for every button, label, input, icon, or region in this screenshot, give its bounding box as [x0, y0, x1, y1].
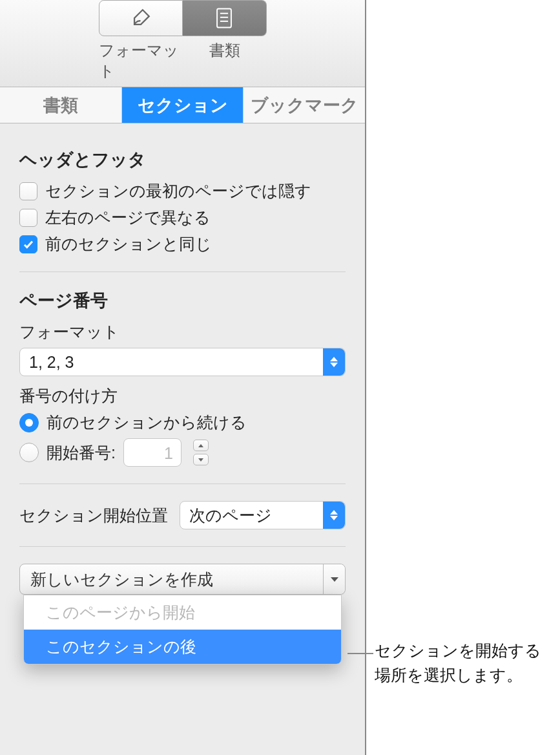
format-label: フォーマット	[99, 40, 183, 81]
radio-continue[interactable]	[19, 413, 39, 432]
document-tool: 書類	[183, 0, 267, 61]
divider-2	[19, 484, 346, 484]
menu-from-this-page: このページから開始	[24, 595, 341, 630]
svg-rect-0	[217, 8, 231, 27]
tab-bookmark[interactable]: ブックマーク	[244, 87, 365, 123]
stepper-down-icon[interactable]	[193, 454, 209, 465]
new-section-wrap: 新しいセクションを作成 このページから開始 このセクションの後	[19, 564, 346, 595]
new-section-label: 新しいセクションを作成	[30, 569, 323, 590]
radio-start-at-label: 開始番号:	[47, 442, 116, 463]
start-at-input[interactable]: 1	[123, 438, 181, 467]
chevron-down-icon	[323, 564, 345, 594]
cb-same-prev[interactable]	[19, 235, 37, 253]
cb-diff-lr-label: 左右のページで異なる	[45, 207, 211, 228]
new-section-menu: このページから開始 このセクションの後	[23, 595, 342, 665]
inspector-panel: フォーマット 書類 書類 セクション ブックマーク ヘッダとフッタ	[0, 0, 366, 755]
document-label: 書類	[209, 40, 240, 61]
cb-hide-first-label: セクションの最初のページでは隠す	[45, 180, 311, 202]
cb-same-prev-label: 前のセクションと同じ	[45, 233, 212, 255]
section-start-value: 次のページ	[189, 505, 323, 526]
pn-numbering-label: 番号の付け方	[19, 385, 346, 407]
tab-section[interactable]: セクション	[122, 87, 244, 123]
document-icon	[214, 7, 234, 29]
pn-title: ページ番号	[19, 289, 346, 312]
callout-text: セクションを開始する場所を選択します。	[375, 639, 555, 687]
callout-leader	[347, 653, 373, 654]
section-start-select[interactable]: 次のページ	[180, 501, 346, 529]
pn-format-select[interactable]: 1, 2, 3	[19, 348, 346, 376]
radio-continue-label: 前のセクションから続ける	[47, 412, 247, 433]
section-start-label: セクション開始位置	[19, 505, 168, 526]
format-tool: フォーマット	[99, 0, 183, 81]
menu-after-this-section[interactable]: このセクションの後	[24, 630, 341, 664]
format-button[interactable]	[99, 0, 183, 36]
content: ヘッダとフッタ セクションの最初のページでは隠す 左右のページで異なる 前のセク…	[0, 123, 365, 595]
inspector-tabs: 書類 セクション ブックマーク	[0, 87, 365, 123]
document-button[interactable]	[183, 0, 267, 36]
brush-icon	[130, 7, 152, 29]
cb-diff-lr[interactable]	[19, 209, 37, 227]
toolbar: フォーマット 書類	[0, 0, 365, 87]
divider-3	[19, 546, 346, 547]
divider-1	[19, 271, 346, 272]
new-section-pulldown[interactable]: 新しいセクションを作成	[19, 564, 346, 595]
tab-document[interactable]: 書類	[0, 87, 122, 123]
hf-title: ヘッダとフッタ	[19, 148, 346, 171]
chevrons-icon	[323, 502, 345, 529]
stepper-up-icon[interactable]	[193, 440, 209, 451]
pn-format-label: フォーマット	[19, 321, 346, 343]
chevrons-icon	[323, 348, 345, 376]
pn-format-value: 1, 2, 3	[29, 353, 323, 372]
start-at-stepper[interactable]	[193, 438, 209, 467]
cb-hide-first[interactable]	[19, 182, 37, 200]
radio-start-at[interactable]	[19, 443, 39, 462]
toolbar-segmented: フォーマット 書類	[99, 0, 267, 81]
